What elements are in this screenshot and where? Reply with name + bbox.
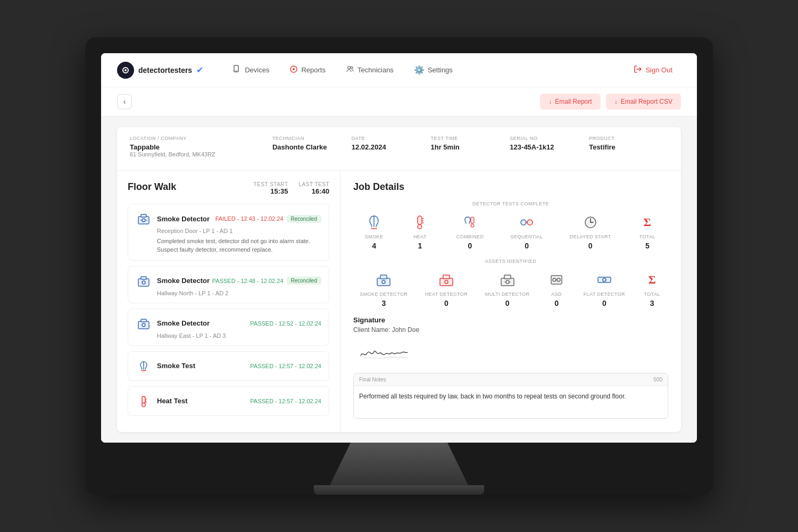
stat-total-tests: Σ TOTAL 5	[638, 213, 657, 250]
assets-label: ASSETS IDENTIFIED	[353, 259, 668, 264]
test-item-3-name: Smoke Detector	[157, 319, 210, 327]
verified-icon: ✔	[196, 65, 203, 75]
stat-combined: COMBINED 0	[456, 213, 484, 250]
report-header: LOCATION / COMPANY Tappable 61 Sunnyfiel…	[117, 127, 681, 171]
nav-right: Sign Out	[625, 61, 681, 79]
asset-multi-detector-value: 0	[505, 299, 510, 307]
test-item-2-header: Smoke Detector PASSED - 12:48 - 12.02.24…	[136, 273, 321, 289]
nav-technicians[interactable]: Technicians	[337, 61, 402, 80]
test-item-3[interactable]: Smoke Detector PASSED - 12:52 - 12.02.24…	[128, 309, 329, 346]
asset-smoke-detector-icon	[374, 270, 393, 289]
stat-heat-label: HEAT	[413, 234, 427, 239]
test-time-label: TEST TIME	[431, 136, 510, 141]
svg-point-21	[142, 403, 146, 406]
monitor-outer: detectortesters ✔ Devices	[85, 37, 713, 495]
detector-tests-section: DETECTOR TESTS COMPLETE	[353, 201, 668, 250]
notes-header: Final Notes 500	[354, 373, 668, 386]
email-report-download-icon: ↓	[548, 98, 552, 105]
asset-total-label: TOTAL	[644, 292, 660, 297]
test-item-1[interactable]: Smoke Detector FAILED - 12:43 - 12.02.24…	[128, 204, 329, 261]
asset-asd-icon	[547, 270, 566, 289]
test-start-label: TEST START	[254, 181, 288, 187]
asset-flat-detector-value: 0	[602, 299, 606, 307]
final-notes-section: Final Notes 500 Performed all tests requ…	[353, 373, 668, 419]
asset-smoke-detector: SMOKE DETECTOR 3	[360, 270, 408, 307]
test-start-value: 15:35	[254, 187, 288, 195]
stat-delayed-icon	[581, 213, 600, 232]
asset-asd-label: ASD	[551, 292, 562, 297]
floor-walk-meta: TEST START 15:35 LAST TEST 16:40	[254, 181, 330, 195]
email-report-button[interactable]: ↓ Email Report	[540, 94, 600, 110]
brand: detectortesters ✔	[117, 62, 203, 79]
asset-asd: ASD 0	[547, 270, 566, 307]
asset-heat-detector-icon	[437, 270, 456, 289]
stat-total-tests-label: TOTAL	[639, 234, 655, 239]
stat-smoke-label: SMOKE	[365, 234, 384, 239]
detector-tests-label: DETECTOR TESTS COMPLETE	[353, 201, 668, 206]
location-address: 61 Sunnyfield, Bedford, MK43RZ	[130, 151, 272, 157]
nav-devices[interactable]: Devices	[225, 61, 278, 80]
report-card: LOCATION / COMPANY Tappable 61 Sunnyfiel…	[117, 127, 681, 432]
asset-flat-detector: FLAT DETECTOR 0	[584, 270, 625, 307]
report-body: Floor Walk TEST START 15:35 LAST TE	[117, 171, 681, 432]
test-item-2-location: Hallway North - LP 1 - AD 2	[157, 290, 321, 296]
stat-combined-value: 0	[468, 242, 472, 250]
svg-point-7	[347, 66, 350, 69]
monitor-stand	[330, 443, 468, 485]
last-test-label: LAST TEST	[299, 181, 329, 187]
stat-combined-label: COMBINED	[456, 234, 484, 239]
smoke-detector-icon-1	[136, 211, 152, 227]
floor-walk-header: Floor Walk TEST START 15:35 LAST TE	[128, 181, 329, 195]
brand-logo	[117, 62, 134, 79]
svg-rect-17	[138, 321, 149, 329]
stat-smoke-value: 4	[372, 242, 376, 250]
heat-test-item[interactable]: Heat Test PASSED - 12:57 - 12.02.24	[128, 386, 329, 416]
test-item-3-header: Smoke Detector PASSED - 12:52 - 12.02.24	[136, 315, 321, 331]
nav-settings[interactable]: ⚙️ Settings	[405, 61, 461, 79]
signature-title: Signature	[353, 316, 668, 324]
product-label: PRODUCT	[589, 136, 668, 141]
header-col-date: DATE 12.02.2024	[352, 136, 431, 157]
test-item-1-header: Smoke Detector FAILED - 12:43 - 12.02.24…	[136, 211, 321, 227]
svg-rect-38	[380, 275, 387, 279]
detector-tests-grid: SMOKE 4	[353, 213, 668, 250]
devices-icon	[233, 65, 242, 76]
report-right: Job Details DETECTOR TESTS COMPLETE	[340, 171, 681, 432]
test-item-2[interactable]: Smoke Detector PASSED - 12:48 - 12.02.24…	[128, 266, 329, 303]
test-item-2-status: PASSED - 12:48 - 12.02.24 Reconciled	[212, 277, 321, 285]
report-container: LOCATION / COMPANY Tappable 61 Sunnyfiel…	[101, 117, 697, 443]
sign-out-button[interactable]: Sign Out	[625, 61, 681, 79]
test-item-2-left: Smoke Detector	[136, 273, 210, 289]
nav-links: Devices Reports	[225, 61, 625, 80]
heat-test-name: Heat Test	[157, 397, 188, 405]
smoke-test-item[interactable]: Smoke Test PASSED - 12:57 - 12.02.24	[128, 351, 329, 381]
svg-rect-15	[141, 277, 146, 279]
smoke-test-name: Smoke Test	[157, 362, 195, 370]
asset-smoke-detector-label: SMOKE DETECTOR	[360, 292, 408, 297]
test-item-2-name: Smoke Detector	[157, 277, 210, 285]
nav-settings-label: Settings	[428, 66, 453, 74]
sign-out-icon	[634, 65, 642, 75]
heat-test-icon	[136, 393, 152, 409]
asset-asd-value: 0	[554, 299, 559, 307]
meta-row: TEST START 15:35 LAST TEST 16:40	[254, 181, 330, 195]
email-report-csv-button[interactable]: ↓ Email Report CSV	[606, 94, 681, 110]
stat-smoke-icon	[364, 213, 384, 232]
toolbar-left: ‹	[117, 94, 132, 109]
heat-test-status: PASSED - 12:57 - 12.02.24	[250, 398, 321, 404]
sign-out-label: Sign Out	[645, 66, 672, 74]
nav-reports[interactable]: Reports	[281, 61, 334, 80]
svg-rect-43	[501, 278, 514, 286]
asset-heat-detector: HEAT DETECTOR 0	[425, 270, 468, 307]
test-start-meta: TEST START 15:35	[254, 181, 288, 195]
asset-total-icon: Σ	[643, 270, 662, 289]
stat-smoke: SMOKE 4	[364, 213, 384, 250]
asset-multi-detector-label: MULTI DETECTOR	[485, 292, 530, 297]
serial-label: SERIAL NO	[510, 136, 589, 141]
nav-technicians-label: Technicians	[358, 66, 394, 74]
svg-rect-44	[504, 275, 511, 279]
asset-multi-detector: MULTI DETECTOR 0	[485, 270, 530, 307]
stat-heat-value: 1	[418, 242, 422, 250]
back-button[interactable]: ‹	[117, 94, 132, 109]
header-col-product: PRODUCT Testifire	[589, 136, 668, 157]
